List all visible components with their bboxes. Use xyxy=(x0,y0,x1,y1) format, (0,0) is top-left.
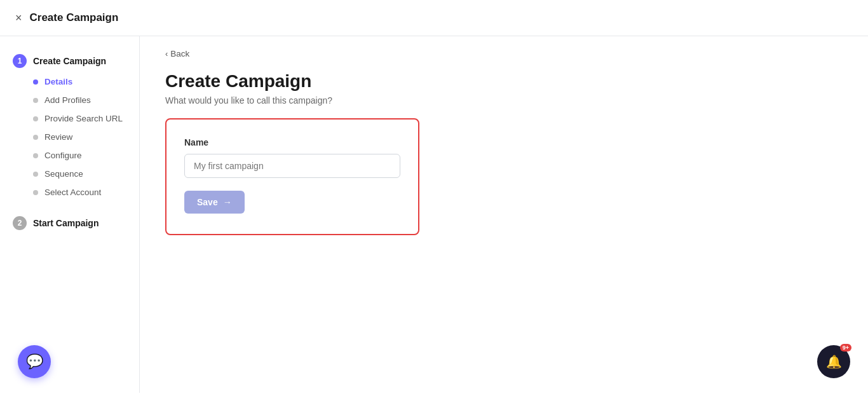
save-arrow-icon: → xyxy=(223,197,232,207)
dot-select-account xyxy=(33,190,38,195)
dot-add-profiles xyxy=(33,98,38,103)
notification-badge: 9+ xyxy=(840,344,851,352)
dot-sequence xyxy=(33,172,38,177)
chat-icon: 💬 xyxy=(26,353,43,370)
sidebar-section-2-header: 2 Start Campaign xyxy=(0,211,139,235)
sidebar-label-details: Details xyxy=(44,77,72,86)
sidebar-label-sequence: Sequence xyxy=(44,169,83,179)
sidebar-label-configure: Configure xyxy=(44,151,82,160)
sidebar-item-details[interactable]: Details xyxy=(33,73,139,90)
sidebar-item-select-account[interactable]: Select Account xyxy=(33,184,139,201)
main-layout: 1 Create Campaign Details Add Profiles P… xyxy=(0,36,868,393)
dot-details xyxy=(33,79,38,85)
sidebar-item-provide-search-url[interactable]: Provide Search URL xyxy=(33,110,139,127)
sidebar-items: Details Add Profiles Provide Search URL … xyxy=(0,73,139,201)
top-bar: × Create Campaign xyxy=(0,0,868,36)
sidebar: 1 Create Campaign Details Add Profiles P… xyxy=(0,36,140,393)
dot-configure xyxy=(33,153,38,158)
dot-review xyxy=(33,135,38,140)
back-link[interactable]: ‹ Back xyxy=(165,49,843,58)
sidebar-section-1: 1 Create Campaign Details Add Profiles P… xyxy=(0,49,139,201)
sidebar-label-select-account: Select Account xyxy=(44,188,101,197)
notification-bell-wrapper: 🔔 9+ xyxy=(817,345,850,378)
top-bar-title: Create Campaign xyxy=(30,11,119,24)
close-button[interactable]: × xyxy=(15,12,22,24)
content-area: ‹ Back Create Campaign What would you li… xyxy=(140,36,868,393)
page-title: Create Campaign xyxy=(165,71,843,92)
chevron-left-icon: ‹ xyxy=(165,49,168,58)
sidebar-section-1-label: Create Campaign xyxy=(33,56,106,66)
step-2-badge: 2 xyxy=(13,216,27,230)
bell-icon: 🔔 xyxy=(826,354,842,369)
page-subtitle: What would you like to call this campaig… xyxy=(165,95,843,106)
save-label: Save xyxy=(197,197,218,207)
sidebar-section-2-label: Start Campaign xyxy=(33,218,98,228)
sidebar-item-sequence[interactable]: Sequence xyxy=(33,165,139,182)
form-card: Name Save → xyxy=(165,118,419,235)
sidebar-label-add-profiles: Add Profiles xyxy=(44,95,91,105)
campaign-name-input[interactable] xyxy=(184,154,400,178)
back-link-label: Back xyxy=(170,49,189,58)
sidebar-section-1-header: 1 Create Campaign xyxy=(0,49,139,73)
sidebar-section-2: 2 Start Campaign xyxy=(0,211,139,235)
sidebar-label-review: Review xyxy=(44,132,72,142)
dot-provide-search-url xyxy=(33,116,38,121)
save-button[interactable]: Save → xyxy=(184,191,245,214)
step-1-badge: 1 xyxy=(13,54,27,68)
name-label: Name xyxy=(184,137,400,147)
sidebar-label-provide-search-url: Provide Search URL xyxy=(44,114,123,123)
sidebar-item-review[interactable]: Review xyxy=(33,128,139,146)
chat-bubble-button[interactable]: 💬 xyxy=(18,345,51,378)
sidebar-item-add-profiles[interactable]: Add Profiles xyxy=(33,92,139,109)
sidebar-item-configure[interactable]: Configure xyxy=(33,147,139,164)
